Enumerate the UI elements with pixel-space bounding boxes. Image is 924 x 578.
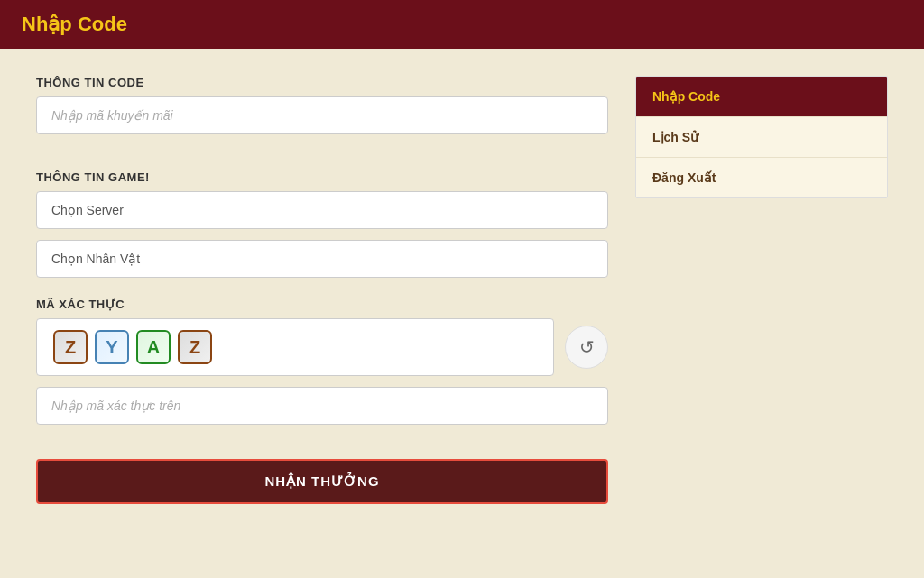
code-input[interactable]	[36, 96, 608, 134]
refresh-icon: ↺	[579, 336, 595, 358]
sidebar-label-nhap-code: Nhập Code	[652, 89, 720, 104]
refresh-captcha-button[interactable]: ↺	[565, 326, 608, 369]
sidebar-item-dang-xuat[interactable]: Đăng Xuất	[636, 158, 887, 197]
form-area: THÔNG TIN CODE THÔNG TIN GAME! Chọn Serv…	[36, 76, 608, 504]
code-section-label: THÔNG TIN CODE	[36, 76, 608, 89]
captcha-letter-4: Z	[178, 330, 212, 364]
captcha-section: MÃ XÁC THỰC Z Y A Z ↺	[36, 298, 608, 443]
captcha-letter-2: Y	[95, 330, 129, 364]
header: Nhập Code	[0, 0, 924, 49]
sidebar-label-lich-su: Lịch Sử	[652, 130, 698, 144]
code-section: THÔNG TIN CODE	[36, 76, 608, 152]
main-content: THÔNG TIN CODE THÔNG TIN GAME! Chọn Serv…	[0, 49, 924, 531]
character-select[interactable]: Chọn Nhân Vật	[36, 240, 608, 278]
game-info-section: THÔNG TIN GAME! Chọn Server Chọn Nhân Vậ…	[36, 170, 608, 289]
captcha-letter-1: Z	[53, 330, 88, 364]
app-container: Nhập Code THÔNG TIN CODE THÔNG TIN GAME!…	[0, 0, 924, 531]
game-section-label: THÔNG TIN GAME!	[36, 170, 608, 184]
sidebar-menu: Nhập Code Lịch Sử Đăng Xuất	[635, 76, 888, 198]
header-title: Nhập Code	[22, 13, 127, 35]
sidebar-label-dang-xuat: Đăng Xuất	[652, 170, 716, 185]
captcha-input[interactable]	[36, 387, 608, 425]
captcha-letter-3: A	[136, 330, 171, 364]
captcha-section-label: MÃ XÁC THỰC	[36, 298, 608, 311]
server-select[interactable]: Chọn Server	[36, 191, 608, 229]
captcha-image-box: Z Y A Z	[36, 318, 554, 376]
sidebar-item-nhap-code[interactable]: Nhập Code	[636, 77, 887, 117]
submit-button[interactable]: NHẬN THƯỞNG	[36, 459, 608, 504]
sidebar-item-lich-su[interactable]: Lịch Sử	[636, 117, 887, 158]
captcha-row: Z Y A Z ↺	[36, 318, 608, 376]
sidebar: Nhập Code Lịch Sử Đăng Xuất	[635, 76, 888, 504]
